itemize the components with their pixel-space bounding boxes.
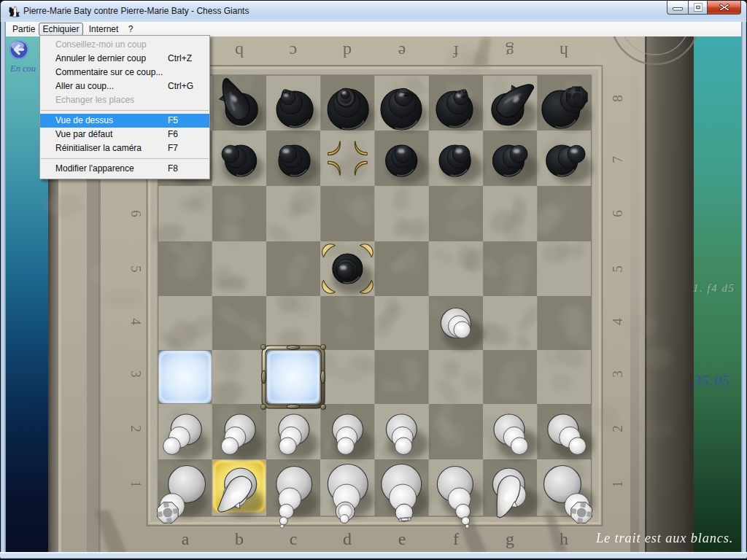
svg-text:6: 6: [610, 210, 625, 217]
svg-text:4: 4: [128, 318, 144, 325]
svg-text:6: 6: [128, 210, 144, 217]
svg-text:1: 1: [610, 481, 625, 488]
svg-text:d: d: [343, 42, 352, 61]
svg-text:b: b: [235, 529, 244, 548]
svg-text:1. f4 d5: 1. f4 d5: [693, 282, 735, 294]
svg-text:3: 3: [128, 370, 144, 378]
svg-text:e: e: [398, 529, 406, 548]
svg-text:a: a: [182, 529, 190, 548]
svg-text:b: b: [235, 42, 244, 61]
svg-text:e: e: [398, 42, 406, 61]
svg-text:5: 5: [128, 265, 144, 273]
svg-text:2: 2: [128, 425, 144, 432]
svg-text:1: 1: [128, 481, 144, 488]
svg-text:3: 3: [610, 370, 625, 378]
svg-text:7: 7: [610, 156, 625, 163]
svg-text:35:05: 35:05: [693, 373, 729, 389]
svg-text:h: h: [560, 42, 568, 61]
svg-text:d: d: [343, 529, 352, 548]
svg-text:4: 4: [610, 318, 625, 325]
svg-text:g: g: [506, 529, 514, 548]
svg-text:2: 2: [610, 425, 625, 432]
svg-text:5: 5: [610, 265, 625, 273]
svg-text:c: c: [290, 529, 298, 548]
svg-text:c: c: [290, 42, 298, 61]
svg-text:f: f: [453, 529, 459, 548]
svg-text:f: f: [453, 42, 459, 61]
svg-text:8: 8: [610, 95, 625, 102]
svg-text:Le trait est aux blancs.: Le trait est aux blancs.: [595, 531, 733, 545]
svg-text:g: g: [506, 42, 514, 61]
svg-text:En cou: En cou: [9, 63, 36, 74]
